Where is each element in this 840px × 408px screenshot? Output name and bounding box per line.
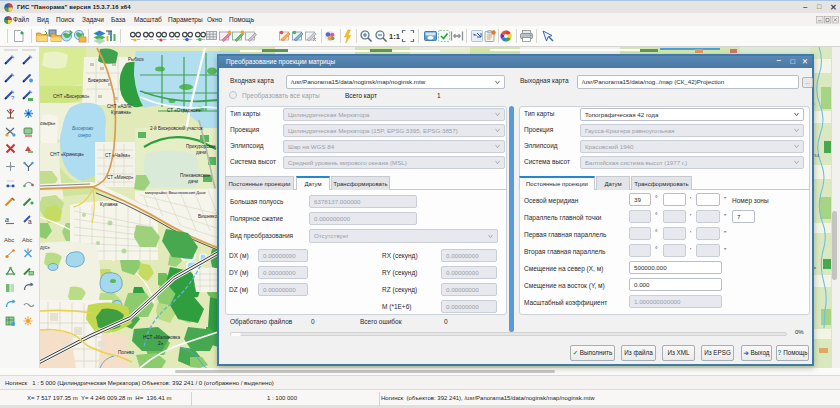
svg-text:дус»: дус» [40, 245, 50, 250]
svg-text:дачи: дачи [196, 150, 207, 155]
svg-text:Полево: Полево [118, 350, 134, 355]
svg-text:СТ «Отрадное»: СТ «Отрадное» [167, 108, 201, 113]
svg-text:Рыбхоз: Рыбхоз [128, 57, 144, 62]
svg-text:?: ? [11, 95, 15, 101]
svg-text:микрорайон Вишняковские Дачи: микрорайон Вишняковские Дачи [145, 190, 205, 195]
svg-text:a: a [5, 216, 9, 223]
svg-text:2»: 2» [158, 341, 164, 346]
svg-text:СНТ «Бисерово»: СНТ «Бисерово» [53, 94, 90, 99]
svg-text:a: a [28, 218, 32, 225]
svg-text:Купавна: Купавна [100, 202, 118, 207]
svg-text:СНТ «АЗЛК: СНТ «АЗЛК [107, 104, 132, 109]
svg-text:дачи: дачи [188, 179, 199, 184]
svg-text:СТ «Минор»: СТ «Минор» [107, 175, 134, 180]
svg-text:озырь»: озырь» [40, 121, 56, 126]
svg-text:СНТ «Криница»: СНТ «Криница» [50, 152, 84, 157]
svg-text:Бисерово: Бисерово [88, 78, 109, 83]
svg-text:НСТ «Малиновка: НСТ «Малиновка [143, 335, 180, 340]
svg-text:Abc: Abc [22, 237, 32, 243]
svg-text:Купавна»: Купавна» [111, 110, 132, 115]
svg-text:Прикурорские: Прикурорские [186, 144, 216, 149]
svg-text:1:1: 1:1 [389, 32, 400, 41]
svg-text:озеро: озеро [78, 133, 91, 138]
svg-text:СТ «Чайка»: СТ «Чайка» [105, 152, 131, 158]
svg-text:Плехановские: Плехановские [180, 173, 211, 178]
svg-text:Бисерово: Бисерово [72, 126, 94, 131]
svg-text:2-й Бисеровский участок: 2-й Бисеровский участок [150, 125, 204, 131]
svg-text:Abc: Abc [4, 237, 14, 243]
